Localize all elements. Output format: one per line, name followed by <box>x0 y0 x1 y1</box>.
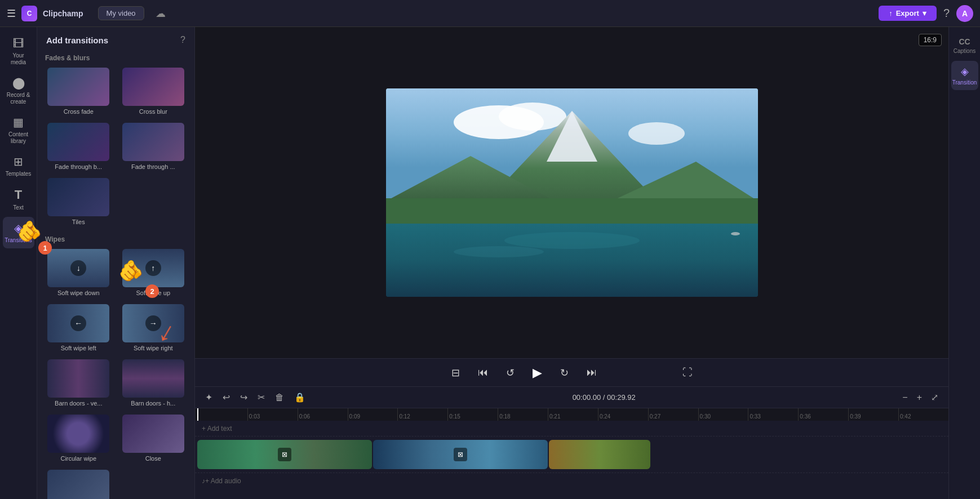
section-title-wipes: Wipes <box>43 231 189 247</box>
transition-circular-wipe[interactable]: Circular wipe <box>43 412 114 464</box>
fade-through-b-thumb <box>47 123 109 161</box>
sidebar-item-label: Text <box>13 204 23 211</box>
media-icon: 🎞 <box>13 37 24 50</box>
transition-close[interactable]: Close <box>118 412 189 464</box>
timeline-ruler: 0:03 0:06 0:09 0:12 0:15 0:18 0:21 0:24 … <box>195 408 948 421</box>
transition-thirds[interactable]: Thirds <box>43 467 114 499</box>
transition-label: Soft wipe left <box>61 345 96 351</box>
transition-cross-fade[interactable]: Cross fade <box>43 65 114 117</box>
ruler-mark: 0:33 <box>748 408 798 421</box>
soft-wipe-right-thumb: → <box>122 304 184 342</box>
ruler-mark: 0:39 <box>848 408 898 421</box>
help-icon[interactable]: ? <box>943 7 950 20</box>
sidebar-item-text[interactable]: T Text <box>3 183 34 216</box>
timeline-time: 00:00.00 / 00:29.92 <box>573 393 636 402</box>
sidebar-item-content-library[interactable]: ▦ Contentlibrary <box>3 111 34 149</box>
video-clip-1[interactable]: ⊠ <box>197 440 372 469</box>
sidebar-item-label: Record &create <box>7 92 30 105</box>
ruler-mark: 0:27 <box>648 408 698 421</box>
soft-wipe-up-thumb: ↑ <box>122 249 184 287</box>
add-audio-track[interactable]: ♪ + Add audio <box>195 473 948 488</box>
project-name-tab[interactable]: My video <box>98 6 144 20</box>
sidebar-item-label: Templates <box>6 171 32 177</box>
panel-scroll[interactable]: Fades & blurs Cross fade Cross blur Fade… <box>37 50 194 499</box>
cross-blur-thumb <box>122 68 184 106</box>
clip-trim-icon: ⊠ <box>454 448 467 461</box>
clip-trim-icon: ⊠ <box>278 448 291 461</box>
ruler-mark: 0:12 <box>397 408 447 421</box>
zoom-out-button[interactable]: − <box>899 390 911 405</box>
delete-button[interactable]: 🗑 <box>272 390 287 405</box>
video-clip-2[interactable]: ⊠ <box>373 440 548 469</box>
rewind-button[interactable]: ↺ <box>503 363 518 382</box>
right-sidebar: CC Captions ◈ Transition <box>948 27 980 499</box>
forward-button[interactable]: ↻ <box>557 363 572 382</box>
transition-label: Cross fade <box>64 108 94 115</box>
subtitle-toggle-button[interactable]: ⊟ <box>448 363 463 382</box>
magic-tool-button[interactable]: ✦ <box>202 390 216 405</box>
close-thumb <box>122 415 184 453</box>
transition-label: Tiles <box>72 219 85 225</box>
transition-label: Soft wipe right <box>134 345 173 351</box>
right-nav-label: Captions <box>954 48 975 54</box>
sidebar-item-record-create[interactable]: ⬤ Record &create <box>3 72 34 110</box>
avatar[interactable]: A <box>956 5 973 22</box>
captions-icon: CC <box>959 37 970 46</box>
redo-button[interactable]: ↪ <box>237 390 251 405</box>
fades-grid: Cross fade Cross blur Fade through b... … <box>43 65 189 228</box>
cloud-save-icon: ☁ <box>156 7 166 20</box>
lock-button[interactable]: 🔒 <box>291 390 309 405</box>
right-nav-captions[interactable]: CC Captions <box>951 33 978 59</box>
right-nav-transition[interactable]: ◈ Transition <box>951 61 978 90</box>
sidebar-item-your-media[interactable]: 🎞 Your media <box>3 33 34 70</box>
thirds-thumb <box>47 470 109 499</box>
app-logo: C <box>21 6 37 21</box>
transition-tiles[interactable]: Tiles <box>43 176 114 228</box>
center-area: 16:9 <box>195 27 948 499</box>
transition-soft-wipe-right[interactable]: → Soft wipe right <box>118 302 189 354</box>
transition-fade-through-b[interactable]: Fade through b... <box>43 121 114 172</box>
sidebar-item-templates[interactable]: ⊞ Templates <box>3 150 34 182</box>
playhead[interactable] <box>197 408 198 421</box>
circular-wipe-thumb <box>47 415 109 453</box>
track-clips: ⊠ ⊠ <box>197 440 650 469</box>
fit-button[interactable]: ⤢ <box>928 390 942 405</box>
undo-button[interactable]: ↩ <box>219 390 233 405</box>
export-button[interactable]: ↑ Export ▾ <box>879 6 937 21</box>
zoom-in-button[interactable]: + <box>914 390 925 405</box>
transitions-icon: ◈ <box>14 221 23 235</box>
skip-back-button[interactable]: ⏮ <box>475 363 491 382</box>
hamburger-icon[interactable]: ☰ <box>7 7 16 20</box>
fullscreen-button[interactable]: ⛶ <box>679 363 696 382</box>
record-icon: ⬤ <box>12 76 25 90</box>
templates-icon: ⊞ <box>14 155 23 168</box>
transition-fade-through[interactable]: Fade through ... <box>118 121 189 172</box>
playback-controls: ⊟ ⏮ ↺ ▶ ↻ ⏭ ⛶ <box>195 358 948 386</box>
transition-label: Soft wipe up <box>136 289 170 296</box>
left-sidebar: 🎞 Your media ⬤ Record &create ▦ Contentl… <box>0 27 37 499</box>
transition-barn-doors-v[interactable]: Barn doors - ve... <box>43 357 114 409</box>
soft-wipe-left-thumb: ← <box>47 304 109 342</box>
panel-help-icon[interactable]: ? <box>180 35 185 45</box>
content-icon: ▦ <box>13 115 24 129</box>
transition-label: Fade through b... <box>55 163 102 170</box>
ruler-mark <box>197 408 247 421</box>
transition-label: Barn doors - h... <box>131 400 175 407</box>
transition-soft-wipe-down[interactable]: ↓ Soft wipe down <box>43 247 114 298</box>
play-button[interactable]: ▶ <box>529 362 546 384</box>
ruler-mark: 0:36 <box>798 408 848 421</box>
transition-cross-blur[interactable]: Cross blur <box>118 65 189 117</box>
transition-soft-wipe-left[interactable]: ← Soft wipe left <box>43 302 114 354</box>
up-arrow-icon: ↑ <box>145 260 161 276</box>
export-chevron-icon: ▾ <box>923 9 926 17</box>
transition-barn-doors-h[interactable]: Barn doors - h... <box>118 357 189 409</box>
add-text-track[interactable]: + Add text <box>195 421 948 436</box>
svg-rect-8 <box>386 198 758 226</box>
timeline-tracks[interactable]: + Add text ⊠ ⊠ ♪ + Add audio <box>195 421 948 499</box>
sidebar-item-transitions[interactable]: ◈ Transitions <box>3 217 34 248</box>
video-clip-3[interactable] <box>549 440 650 469</box>
svg-point-3 <box>628 122 685 145</box>
skip-forward-button[interactable]: ⏭ <box>583 363 600 382</box>
cut-button[interactable]: ✂ <box>254 390 268 405</box>
transition-soft-wipe-up[interactable]: ↑ Soft wipe up <box>118 247 189 298</box>
